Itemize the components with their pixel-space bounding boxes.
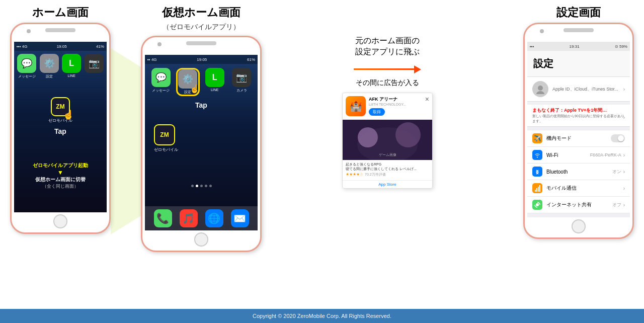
arrow-line bbox=[354, 68, 414, 70]
phone2-app-grid: 💬 メッセージ ⚙️ ☝️ 設定 L bbox=[145, 64, 258, 100]
phone1-down-arrow: ▼ bbox=[17, 169, 104, 176]
footer-text: Copyright © 2020 ZeroMobile Corp. All Ri… bbox=[253, 313, 391, 319]
phone1-frame: ▪▪▪ 4G 19:05 41% 💬 メッセージ ⚙️ bbox=[10, 23, 111, 234]
phone3-statusbar: ▪▪▪ 19:31 ⊙ 59% bbox=[527, 42, 630, 51]
footer: Copyright © 2020 ZeroMobile Corp. All Ri… bbox=[0, 309, 644, 323]
settings-row-airplane[interactable]: ✈️ 機内モード bbox=[527, 130, 630, 147]
settings-title: 設定 bbox=[533, 55, 624, 72]
svg-point-3 bbox=[395, 122, 421, 147]
settings-header: 設定 bbox=[527, 51, 630, 77]
phone1-speaker bbox=[45, 28, 75, 32]
phone2-dots bbox=[145, 183, 258, 189]
phone2-title: 仮想ホーム画面 bbox=[162, 5, 240, 20]
phone2-dock-mail[interactable]: ✉️ bbox=[231, 209, 249, 227]
phone3-screen: ▪▪▪ 19:31 ⊙ 59% 設定 bbox=[527, 42, 630, 217]
ad-title: AFK アリーナ bbox=[369, 96, 429, 103]
phone2-app-camera[interactable]: 📷 カメラ bbox=[230, 68, 254, 96]
ad-source: App Store bbox=[343, 180, 432, 188]
ad-info: AFK アリーナ LilITH TECHNOLOGY... 取得 bbox=[369, 96, 429, 116]
phone1-screen: ▪▪▪ 4G 19:05 41% 💬 メッセージ ⚙️ bbox=[14, 42, 107, 212]
phone1-cursor: ☝️ bbox=[63, 109, 74, 120]
phone3-section: 設定画面 ▪▪▪ 19:31 ⊙ 59% 設定 bbox=[523, 5, 634, 239]
phone2-dock-music[interactable]: 🎵 bbox=[180, 209, 198, 227]
phone2-zm-label: ゼロモバイル bbox=[154, 147, 178, 152]
phone2-subtitle: （ゼロモバイルアプリ） bbox=[163, 23, 240, 32]
page-container: ホーム画面 ▪▪▪ 4G 19:05 41% bbox=[0, 0, 644, 323]
phone2-dock: 📞 🎵 🌐 ✉️ bbox=[145, 206, 258, 230]
svg-rect-10 bbox=[539, 185, 540, 192]
svg-point-6 bbox=[536, 91, 544, 94]
phone1-section: ホーム画面 ▪▪▪ 4G 19:05 41% bbox=[10, 5, 111, 234]
wifi-value: F660A-PeRK-A bbox=[590, 152, 621, 157]
phone2-app-line[interactable]: L LINE bbox=[203, 68, 227, 96]
phone1-yellow-text: ゼロモバイルアプリ起動 bbox=[17, 162, 104, 169]
ad-container: × 🏰 AFK アリーナ LilITH TECHNOLOGY... 取得 bbox=[342, 93, 433, 189]
profile-chevron: › bbox=[623, 87, 625, 92]
wifi-chevron: › bbox=[623, 152, 625, 158]
arrow-text2: 設定アプリに飛ぶ bbox=[355, 46, 420, 57]
bluetooth-chevron: › bbox=[623, 169, 625, 175]
phone2-home-btn[interactable] bbox=[194, 232, 208, 247]
ad-image: ゲーム画像 bbox=[343, 120, 432, 160]
phone2-screen: ▪▪ 4G 19:05 61% 💬 メッセージ bbox=[145, 55, 258, 230]
phone2-app-messages[interactable]: 💬 メッセージ bbox=[149, 68, 173, 96]
settings-screen: ▪▪▪ 19:31 ⊙ 59% 設定 bbox=[527, 42, 630, 217]
notification-title: まもなく終了：Apple TV+を1年間… bbox=[532, 107, 625, 114]
ad-stars: ★★★★☆ bbox=[346, 172, 363, 177]
bluetooth-value: オン bbox=[612, 169, 621, 175]
ad-dev: LilITH TECHNOLOGY... bbox=[369, 103, 429, 106]
settings-row-bluetooth[interactable]: Bluetooth オン › bbox=[527, 164, 630, 180]
avatar-icon bbox=[535, 84, 545, 94]
svg-rect-8 bbox=[536, 188, 537, 192]
ad-top: 🏰 AFK アリーナ LilITH TECHNOLOGY... 取得 bbox=[343, 93, 432, 120]
phone1-signal: ▪▪▪ 4G bbox=[17, 44, 27, 49]
settings-notification[interactable]: まもなく終了：Apple TV+を1年間… 新しい製品の使用開始から90日以内に… bbox=[527, 105, 630, 127]
phone1-home-btn[interactable] bbox=[53, 214, 67, 228]
arrow-head bbox=[414, 65, 421, 73]
phone1-title: ホーム画面 bbox=[32, 5, 89, 20]
ad-desc1: 起きると強くなるRPG bbox=[346, 162, 429, 167]
mobile-label: モバイル通信 bbox=[546, 185, 623, 192]
settings-profile-row[interactable]: Apple ID、iCloud、iTunes Stor... › bbox=[527, 77, 630, 102]
ad-rating: ★★★★☆ 70.2万件評価 bbox=[346, 172, 429, 177]
phone1-app-settings[interactable]: ⚙️ 設定 bbox=[40, 54, 59, 79]
phone1-tap-label: Tap bbox=[14, 127, 107, 135]
phone3-speaker bbox=[564, 28, 594, 32]
svg-rect-7 bbox=[535, 190, 536, 192]
phone2-section: 仮想ホーム画面 （ゼロモバイルアプリ） ▪▪ 4G 19:05 61% bbox=[141, 5, 262, 252]
settings-row-wifi[interactable]: Wi-Fi F660A-PeRK-A › bbox=[527, 147, 630, 164]
settings-row-sharing[interactable]: インターネット共有 オフ › bbox=[527, 197, 630, 213]
phone1-app-messages[interactable]: 💬 メッセージ bbox=[17, 54, 37, 79]
phone3-home-btn[interactable] bbox=[572, 219, 586, 233]
phone1-app-camera[interactable]: 📷 bbox=[85, 54, 104, 79]
phone2-zm-area: ZM ゼロモバイル bbox=[154, 124, 258, 152]
phone2-battery: 61% bbox=[247, 57, 255, 62]
svg-rect-9 bbox=[538, 187, 539, 192]
ad-rating-count: 70.2万件評価 bbox=[365, 172, 386, 177]
phone3-title: 設定画面 bbox=[556, 5, 601, 20]
wifi-label: Wi-Fi bbox=[546, 152, 590, 158]
phone2-tap-label: Tap bbox=[145, 101, 258, 109]
phone3-battery: ⊙ 59% bbox=[615, 44, 627, 49]
ad-image-bg: ゲーム画像 bbox=[343, 120, 432, 160]
phone2-speaker bbox=[186, 41, 216, 45]
phone1-statusbar: ▪▪▪ 4G 19:05 41% bbox=[14, 42, 107, 51]
ad-close-btn[interactable]: × bbox=[425, 95, 429, 103]
phone2-app-settings[interactable]: ⚙️ ☝️ 設定 bbox=[176, 68, 200, 96]
phone2-zm-icon[interactable]: ZM bbox=[154, 124, 175, 145]
airplane-toggle[interactable] bbox=[611, 134, 625, 142]
phone2-dock-phone[interactable]: 📞 bbox=[154, 209, 172, 227]
sharing-chevron: › bbox=[623, 202, 625, 208]
sharing-label: インターネット共有 bbox=[546, 201, 612, 208]
settings-row-mobile[interactable]: モバイル通信 › bbox=[527, 180, 630, 197]
phone1-app-line[interactable]: L LINE bbox=[62, 54, 82, 79]
phone1-battery: 41% bbox=[96, 44, 104, 49]
ad-get-btn[interactable]: 取得 bbox=[369, 108, 385, 116]
svg-point-5 bbox=[538, 86, 543, 91]
phone3-time: 19:31 bbox=[570, 44, 580, 49]
svg-point-2 bbox=[358, 127, 378, 147]
content-area: ホーム画面 ▪▪▪ 4G 19:05 41% bbox=[0, 0, 644, 309]
phone1-gray-text: （全く同じ画面） bbox=[17, 183, 104, 190]
phone2-dock-safari[interactable]: 🌐 bbox=[205, 209, 223, 227]
phone1-zm-icon-wrap[interactable]: ZM ☝️ bbox=[51, 97, 70, 116]
